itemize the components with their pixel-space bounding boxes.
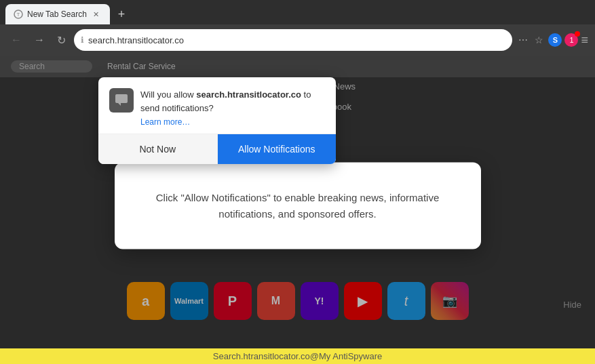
address-actions: ⋯ ☆ S 1 ≡ (516, 33, 588, 47)
notif-popup-body: Will you allow search.htransitlocator.co… (140, 88, 325, 127)
antispyware-bar: Search.htransitlocator.co@My AntiSpyware (0, 348, 595, 364)
browser-chrome: T New Tab Search ✕ + ← → ↻ ℹ search.htra… (0, 0, 595, 56)
sync-icon[interactable]: S (548, 33, 562, 47)
tab-favicon: T (14, 9, 23, 19)
notification-popup: Will you allow search.htransitlocator.co… (98, 77, 336, 164)
allow-notifications-button[interactable]: Allow Notifications (218, 134, 337, 164)
tab-label: New Tab Search (27, 9, 87, 19)
address-input-wrap[interactable]: ℹ search.htransitlocator.co (74, 29, 512, 51)
chat-icon (109, 88, 134, 113)
notification-icon[interactable]: 1 (564, 33, 578, 47)
antispyware-text: Search.htransitlocator.co@My AntiSpyware (213, 351, 382, 361)
notif-badge (575, 31, 580, 37)
refresh-button[interactable]: ↻ (53, 31, 70, 49)
modal-box: Click "Allow Notifications" to enable br… (115, 162, 481, 249)
notif-popup-actions: Not Now Allow Notifications (98, 134, 336, 164)
address-bar: ← → ↻ ℹ search.htransitlocator.co ⋯ ☆ S … (0, 24, 595, 56)
notif-text-part1: Will you allow (140, 89, 196, 100)
notif-popup-header: Will you allow search.htransitlocator.co… (98, 77, 336, 134)
svg-marker-3 (118, 103, 121, 106)
more-button[interactable]: ⋯ (516, 33, 530, 47)
notif-popup-text: Will you allow search.htransitlocator.co… (140, 88, 325, 115)
tab-close-button[interactable]: ✕ (91, 9, 102, 20)
learn-more-link[interactable]: Learn more… (140, 117, 325, 127)
bookmark-button[interactable]: ☆ (533, 33, 545, 47)
back-button[interactable]: ← (7, 31, 26, 49)
not-now-button[interactable]: Not Now (98, 134, 218, 164)
forward-button[interactable]: → (30, 31, 49, 49)
tab-bar: T New Tab Search ✕ + (0, 0, 595, 24)
svg-text:T: T (17, 12, 20, 18)
svg-rect-2 (115, 94, 128, 103)
menu-button[interactable]: ≡ (581, 33, 588, 47)
active-tab[interactable]: T New Tab Search ✕ (5, 4, 110, 24)
modal-text: Click "Allow Notifications" to enable br… (135, 189, 461, 222)
address-text: search.htransitlocator.co (88, 35, 505, 45)
page-content: Search Rental Car Service ⊙ Local Weathe… (0, 56, 595, 364)
new-tab-button[interactable]: + (114, 6, 130, 23)
info-icon: ℹ (81, 35, 84, 45)
notif-site: search.htransitlocator.co (196, 89, 301, 100)
